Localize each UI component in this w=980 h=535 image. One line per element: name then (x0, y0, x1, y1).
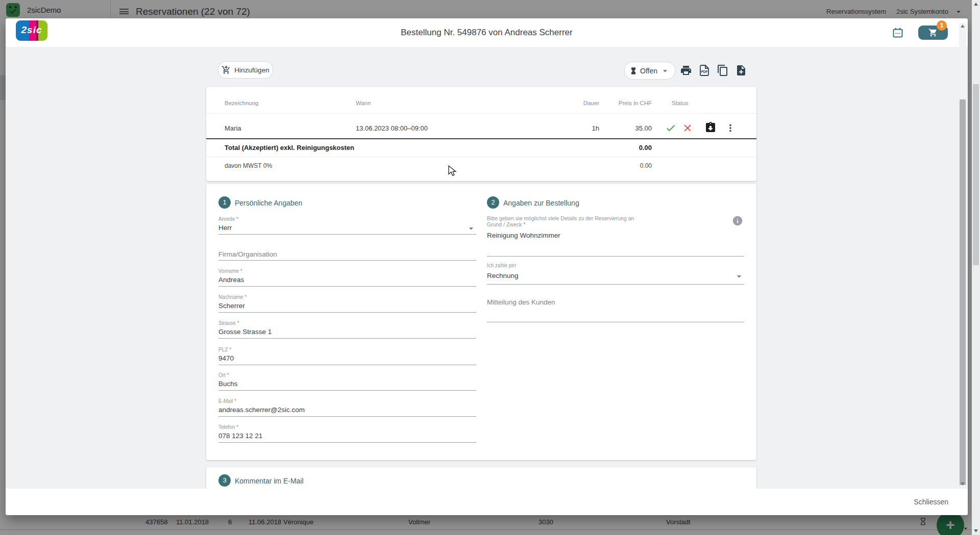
scroll-up-icon[interactable] (974, 3, 978, 6)
cell-wann: 13.06.2023 08:00–09:00 (356, 124, 428, 132)
logo-text: 2sic (16, 24, 47, 36)
print-icon[interactable] (680, 64, 692, 77)
company-logo: 2sic (16, 20, 47, 41)
col-bezeichnung: Bezeichnung (225, 100, 259, 106)
col-preis: Preis in CHF (596, 100, 652, 106)
hourglass-icon (629, 67, 638, 75)
section-2-badge: 2 (487, 196, 499, 209)
anrede-label: Anrede * (218, 216, 238, 222)
order-dialog: Bestellung Nr. 549876 von Andreas Scherr… (6, 18, 968, 515)
chevron-down-icon[interactable] (734, 271, 744, 282)
dialog-footer: Schliessen (6, 489, 968, 515)
note-add-icon[interactable] (735, 64, 747, 77)
table-header-divider (206, 113, 756, 114)
comment-section: 3 Kommentar im E-Mail (206, 467, 756, 490)
add-item-button[interactable]: Hinzufügen (218, 61, 273, 79)
section-3-badge: 3 (218, 474, 231, 487)
grund-label: Grund / Zweck * (487, 221, 525, 227)
close-button[interactable]: Schliessen (910, 494, 952, 510)
vat-value: 0.00 (596, 162, 652, 169)
calendar-icon[interactable] (892, 27, 905, 40)
cell-preis: 35.00 (596, 124, 652, 132)
col-status: Status (672, 100, 689, 106)
positions-table: Bezeichnung Wann Dauer Preis in CHF Stat… (206, 87, 756, 181)
accept-check-icon[interactable] (665, 122, 676, 134)
section-1-badge: 1 (218, 196, 231, 209)
pdf-icon[interactable]: PDF (698, 64, 710, 77)
total-label: Total (Akzeptiert) exkl. Reinigungskoste… (225, 144, 354, 151)
shopping-cart-icon (928, 28, 938, 37)
chevron-down-icon[interactable] (466, 223, 476, 234)
dialog-header: Bestellung Nr. 549876 von Andreas Scherr… (6, 18, 968, 47)
cell-dauer: 1h (543, 124, 599, 132)
dialog-scrollbar[interactable] (959, 23, 966, 487)
mouse-cursor (447, 165, 457, 176)
cart-badge: 1 (937, 20, 947, 31)
add-shopping-cart-icon (222, 65, 231, 74)
section-3-title: Kommentar im E-Mail (235, 477, 304, 485)
dialog-title: Bestellung Nr. 549876 von Andreas Scherr… (6, 18, 968, 47)
scroll-down-icon[interactable] (974, 529, 978, 532)
status-label: Offen (640, 67, 657, 75)
scrollbar-thumb[interactable] (960, 99, 966, 485)
section-1-title: Persönliche Angaben (235, 199, 302, 207)
cell-bezeichnung: Maria (225, 124, 241, 132)
payment-label: Ich zahle per (487, 263, 516, 268)
copy-icon[interactable] (717, 64, 729, 77)
table-vat-divider (206, 157, 756, 157)
scrollbar-thumb[interactable] (973, 84, 979, 265)
info-icon[interactable] (732, 215, 743, 226)
table-total-divider (206, 138, 756, 139)
scroll-down-icon[interactable] (961, 482, 965, 486)
page-scrollbar[interactable] (972, 0, 980, 535)
screen: 2sicDemo Reservationen (22 von 72) Reser… (0, 0, 980, 535)
total-value: 0.00 (596, 144, 652, 151)
chevron-down-icon (660, 66, 670, 76)
reject-close-icon[interactable] (682, 122, 693, 134)
scroll-up-icon[interactable] (961, 24, 965, 28)
order-form: 1 Persönliche Angaben Anrede * Herr Firm… (206, 184, 756, 460)
col-wann: Wann (356, 100, 371, 106)
svg-text:PDF: PDF (701, 70, 708, 73)
vat-label: davon MWST 0% (225, 162, 272, 169)
status-dropdown[interactable]: Offen (624, 62, 675, 80)
section-2-title: Angaben zur Bestellung (503, 199, 579, 207)
kebab-menu-icon[interactable] (725, 122, 736, 134)
col-dauer: Dauer (543, 100, 599, 106)
add-item-label: Hinzufügen (234, 66, 269, 74)
clipboard-return-icon[interactable] (704, 121, 716, 133)
grund-hint: Bitte geben sie möglichst viele Details … (487, 215, 634, 221)
